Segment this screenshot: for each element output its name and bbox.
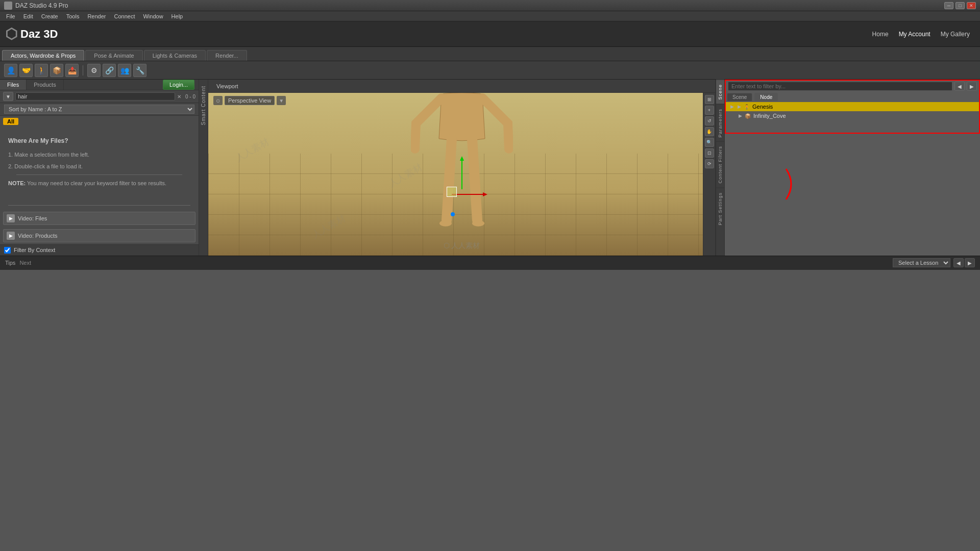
viewport-side-rotate[interactable]: ↺: [705, 116, 714, 126]
menubar-item-edit[interactable]: Edit: [19, 12, 37, 20]
lesson-prev-btn[interactable]: ◀: [953, 258, 964, 267]
scene-filter-bar: ◀ ▶: [725, 80, 980, 93]
note-text: NOTE: You may need to clear your keyword…: [8, 179, 190, 188]
viewport-side-pan[interactable]: ✋: [705, 127, 714, 136]
titlebar: DAZ Studio 4.9 Pro ─ □ ✕: [0, 0, 980, 11]
search-bar: ▼ ✕ 0 - 0: [0, 90, 199, 103]
tab-node[interactable]: Node: [754, 93, 778, 101]
where-files-title: Where Are My Files?: [8, 137, 190, 144]
tab-products[interactable]: Products: [27, 80, 63, 90]
viewport-header: Viewport: [208, 80, 715, 93]
where-files-section: Where Are My Files? 1. Make a selection …: [0, 127, 199, 201]
search-input[interactable]: [18, 93, 173, 99]
note-body: You may need to clear your keyword filte…: [27, 180, 166, 186]
menubar-item-help[interactable]: Help: [167, 12, 187, 20]
my-account-nav-link[interactable]: My Account: [899, 31, 930, 38]
app-icon: [4, 2, 12, 10]
perspective-dropdown-icon[interactable]: ▼: [277, 96, 286, 105]
viewport-side-reset[interactable]: ⟳: [705, 159, 714, 168]
toolbar-pose-btn[interactable]: 🤝: [19, 64, 33, 77]
toolbar-export-btn[interactable]: 📤: [65, 64, 79, 77]
tab-files[interactable]: Files: [0, 80, 27, 90]
toolbar-settings-btn[interactable]: ⚙: [87, 64, 101, 77]
search-input-wrap: [15, 92, 175, 101]
lesson-select[interactable]: Select a Lesson: [893, 258, 950, 267]
toolbar-walk-btn[interactable]: 🚶: [35, 64, 48, 77]
genesis-type-icon: 🧍: [743, 103, 750, 110]
tab-scene[interactable]: Scene: [727, 93, 752, 101]
perspective-label[interactable]: Perspective View: [225, 96, 275, 105]
tab-lights-cameras[interactable]: Lights & Cameras: [144, 50, 206, 61]
maximize-button[interactable]: □: [955, 2, 965, 9]
my-gallery-nav-link[interactable]: My Gallery: [941, 31, 970, 38]
close-button[interactable]: ✕: [967, 2, 976, 9]
scene-item-infinity-cove[interactable]: ▶ 📦 Infinity_Cove: [725, 111, 980, 120]
video-products-link[interactable]: ▶ Video: Products: [3, 229, 195, 242]
viewport-side-expand[interactable]: ⊞: [705, 95, 714, 104]
side-tab-content-filters[interactable]: Content Filters: [716, 141, 724, 188]
minimize-button[interactable]: ─: [944, 2, 953, 9]
red-curve-annotation: [745, 164, 806, 205]
login-button[interactable]: Login...: [163, 80, 194, 90]
menubar-item-tools[interactable]: Tools: [62, 12, 84, 20]
toolbar-connect-btn[interactable]: 🔗: [103, 64, 116, 77]
video-files-link[interactable]: ▶ Video: Files: [3, 212, 195, 225]
scene-filter-btn2[interactable]: ▶: [967, 82, 977, 91]
video-files-icon: ▶: [7, 214, 15, 222]
right-panel-header: ◀ ▶: [725, 80, 980, 93]
perspective-select: ⊙ Perspective View ▼: [213, 96, 286, 105]
scene-tree: ▶ ▶ 🧍 Genesis ▶ 📦 Infinity_Cove: [725, 101, 980, 154]
search-clear-btn[interactable]: ✕: [177, 94, 181, 99]
right-panel: ◀ ▶ Scene Node ▶ ▶ 🧍 Genesis ▶ 📦: [725, 80, 980, 256]
toolbar-person-btn[interactable]: 👥: [118, 64, 131, 77]
toolbar-tools-btn[interactable]: 🔧: [133, 64, 146, 77]
perspective-icon: ⊙: [213, 96, 223, 105]
step2-text: 2. Double-click a file to load it.: [8, 162, 190, 171]
menubar-item-connect[interactable]: Connect: [110, 12, 139, 20]
genesis-expand-icon: ▶: [729, 104, 735, 110]
window-controls: ─ □ ✕: [944, 2, 976, 9]
viewport-side-zoom-in[interactable]: +: [705, 106, 714, 115]
all-tag[interactable]: All: [3, 118, 18, 125]
note-label: NOTE:: [8, 180, 26, 186]
infinity-expand-icon: ▶: [737, 113, 743, 119]
scene-item-genesis[interactable]: ▶ ▶ 🧍 Genesis: [725, 102, 980, 111]
scene-filter-btn1[interactable]: ◀: [954, 82, 965, 91]
viewport-side-zoom[interactable]: 🔍: [705, 138, 714, 147]
scene-filter-input[interactable]: [728, 82, 952, 91]
side-tab-scene[interactable]: Scene: [716, 80, 724, 104]
top-nav: Home My Account My Gallery: [872, 31, 980, 38]
tab-actors-wardrobe-props[interactable]: Actors, Wardrobe & Props: [2, 50, 84, 61]
viewport-side-frame[interactable]: ⊡: [705, 148, 714, 158]
toolbar-separator: [83, 65, 83, 76]
svg-marker-7: [483, 192, 487, 196]
lesson-next-btn[interactable]: ▶: [965, 258, 975, 267]
bottom-bar: Tips Next Select a Lesson ◀ ▶: [0, 256, 980, 270]
menubar-item-create[interactable]: Create: [37, 12, 62, 20]
infinity-cove-icon: 📦: [744, 112, 751, 119]
all-tag-wrap: All: [0, 116, 199, 127]
workflow-tabs: Actors, Wardrobe & Props Pose & Animate …: [0, 47, 980, 61]
right-panel-tabs: Scene Node: [725, 93, 980, 101]
step1-text: 1. Make a selection from the left.: [8, 151, 190, 159]
svg-point-3: [472, 220, 484, 227]
tab-render[interactable]: Render...: [207, 50, 247, 61]
smart-content-label[interactable]: Smart Content: [201, 82, 206, 129]
divider: [16, 174, 182, 175]
home-nav-link[interactable]: Home: [872, 31, 889, 38]
tab-pose-animate[interactable]: Pose & Animate: [85, 50, 142, 61]
genesis-expand2-icon: ▶: [736, 104, 742, 110]
side-tab-part-settings[interactable]: Part Settings: [716, 188, 724, 230]
menubar-item-render[interactable]: Render: [83, 12, 110, 20]
search-expand-btn[interactable]: ▼: [3, 92, 13, 101]
viewport[interactable]: 人人素材 人人素材 人人素材 人人素材 人人素材 ⊙ Perspective V…: [208, 93, 715, 256]
sort-select[interactable]: Sort by Name : A to Z: [4, 105, 194, 114]
menubar-item-window[interactable]: Window: [139, 12, 167, 20]
toolbar-figure-btn[interactable]: 👤: [4, 64, 17, 77]
filter-context-checkbox[interactable]: [4, 247, 11, 254]
toolbar-pack-btn[interactable]: 📦: [50, 64, 63, 77]
side-tab-parameters[interactable]: Parameters: [716, 104, 724, 142]
left-panel-tabs: Files Products Login...: [0, 80, 199, 90]
viewport-container: Viewport 人人素材 人人素材 人人素材 人人素材 人人素材 ⊙ Pers…: [208, 80, 716, 256]
menubar-item-file[interactable]: File: [2, 12, 19, 20]
